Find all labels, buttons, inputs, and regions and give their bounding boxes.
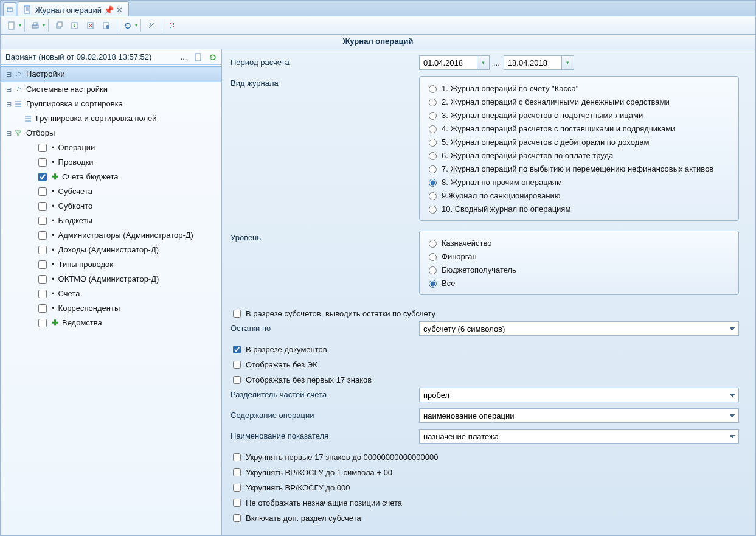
tree-filter-item[interactable]: ·•Операции <box>1 141 221 155</box>
tab-collapse-button[interactable] <box>3 2 16 16</box>
date-from-dropdown[interactable]: ▾ <box>477 55 490 70</box>
chk-no-ek[interactable] <box>233 361 241 369</box>
collapse-icon[interactable]: ⊟ <box>4 98 13 110</box>
date-to-dropdown[interactable]: ▾ <box>562 55 574 70</box>
level-radio[interactable] <box>429 280 437 288</box>
variant-ellipsis-button[interactable]: ... <box>178 51 190 63</box>
tree-filter-checkbox[interactable] <box>38 173 47 181</box>
journal-type-radio[interactable] <box>429 99 437 106</box>
tool-settings[interactable] <box>144 19 159 32</box>
chk-no-first17[interactable] <box>233 376 241 384</box>
tree-filter-item[interactable]: ·•Проводки <box>1 155 221 170</box>
tab-pin-icon[interactable]: 📌 <box>105 6 113 13</box>
variant-new-icon[interactable] <box>192 51 204 63</box>
level-option[interactable]: Бюджетополучатель <box>426 263 732 276</box>
tree-filter-checkbox[interactable] <box>38 246 47 254</box>
tree-filter-item[interactable]: ·•Доходы (Администратор-Д) <box>1 243 221 257</box>
tree-filter-item[interactable]: ·•Счета <box>1 287 221 301</box>
level-radio[interactable] <box>429 253 437 261</box>
tab-close-icon[interactable]: ✕ <box>116 6 123 13</box>
journal-type-radio[interactable] <box>429 125 437 133</box>
tree-filter-checkbox[interactable] <box>38 217 47 225</box>
tree-filter-checkbox[interactable] <box>38 231 47 240</box>
journal-type-radio[interactable] <box>429 152 437 160</box>
chk-enlarge17[interactable] <box>233 453 241 461</box>
tree-node-grouping-fields[interactable]: · Группировка и сортировка полей <box>1 111 221 126</box>
tool-export-1[interactable] <box>68 19 82 32</box>
tree-filter-checkbox[interactable] <box>38 202 47 211</box>
journal-type-radio[interactable] <box>429 179 437 187</box>
level-radio[interactable] <box>429 240 437 248</box>
tool-print[interactable] <box>28 19 43 32</box>
variant-refresh-icon[interactable] <box>207 51 219 63</box>
journal-type-option[interactable]: 1. Журнал операций по счету "Касса" <box>426 82 732 95</box>
chk-by-docs[interactable] <box>233 346 241 353</box>
chk-vr000[interactable] <box>233 484 241 492</box>
tree-filter-checkbox[interactable] <box>38 290 47 298</box>
chk-subaccounts[interactable] <box>233 310 241 318</box>
collapse-icon[interactable]: ⊟ <box>4 127 13 139</box>
plus-icon: ✚ <box>52 171 58 183</box>
tree-filter-item[interactable]: ·•Корреспонденты <box>1 301 221 316</box>
tree-filter-item[interactable]: ·•Субконто <box>1 199 221 214</box>
tree-filter-item[interactable]: ·•Бюджеты <box>1 214 221 228</box>
journal-type-option[interactable]: 3. Журнал операций расчетов с подотчетны… <box>426 108 732 122</box>
tree-filter-item[interactable]: ·✚Счета бюджета <box>1 170 221 184</box>
tree-filter-checkbox[interactable] <box>38 260 47 269</box>
tree-filter-item[interactable]: ·•Субсчета <box>1 184 221 199</box>
level-option[interactable]: Финорган <box>426 249 732 263</box>
journal-type-radio[interactable] <box>429 206 437 214</box>
journal-type-option[interactable]: 9.Журнал по санкционированию <box>426 189 732 202</box>
level-option[interactable]: Казначейство <box>426 236 732 249</box>
tool-new[interactable] <box>4 19 19 32</box>
tool-refresh[interactable] <box>120 19 135 32</box>
tool-export-3[interactable] <box>99 19 114 32</box>
tool-delete[interactable] <box>165 19 180 32</box>
indicator-select[interactable]: назначение платежа <box>419 429 739 444</box>
journal-type-option[interactable]: 2. Журнал операций с безналичными денежн… <box>426 95 732 108</box>
balances-select[interactable]: субсчету (6 символов) <box>419 321 739 336</box>
chk-hide-insignif[interactable] <box>233 499 241 507</box>
expand-icon[interactable]: ⊞ <box>4 68 13 80</box>
tree-node-filters[interactable]: ⊟ Отборы <box>1 126 221 141</box>
journal-type-option[interactable]: 7. Журнал операций по выбытию и перемеще… <box>426 162 732 175</box>
tree-filter-item[interactable]: ·•Администраторы (Администратор-Д) <box>1 228 221 243</box>
tool-refresh-dd[interactable]: ▾ <box>135 23 137 28</box>
tree-filter-checkbox[interactable] <box>38 144 47 152</box>
date-from-input[interactable] <box>419 55 477 70</box>
tree-filter-item[interactable]: ·✚Ведомства <box>1 316 221 330</box>
level-radio[interactable] <box>429 266 437 274</box>
chk-incl-addsub[interactable] <box>233 514 241 522</box>
journal-type-option[interactable]: 6. Журнал операций расчетов по оплате тр… <box>426 148 732 162</box>
chk-vr1[interactable] <box>233 468 241 476</box>
journal-type-radio[interactable] <box>429 192 437 200</box>
journal-type-option[interactable]: 4. Журнал операций расчетов с поставщика… <box>426 122 732 135</box>
tree-node-settings[interactable]: ⊞ Настройки <box>1 66 221 82</box>
separator-select[interactable]: пробел <box>419 388 739 402</box>
expand-icon[interactable]: ⊞ <box>4 83 13 96</box>
journal-type-radio[interactable] <box>429 112 437 120</box>
tree-node-grouping[interactable]: ⊟ Группировка и сортировка <box>1 97 221 111</box>
journal-type-radio[interactable] <box>429 139 437 147</box>
journal-type-radio[interactable] <box>429 165 437 173</box>
journal-type-option[interactable]: 10. Сводный журнал по операциям <box>426 202 732 215</box>
tree-filter-item[interactable]: ·•ОКТМО (Администратор-Д) <box>1 272 221 287</box>
tree-filter-item[interactable]: ·•Типы проводок <box>1 257 221 272</box>
date-to-input[interactable] <box>504 55 562 70</box>
tool-export-2[interactable] <box>83 19 98 32</box>
op-content-select[interactable]: наименование операции <box>419 408 739 423</box>
tree-node-system-settings[interactable]: ⊞ Системные настройки <box>1 82 221 97</box>
journal-type-option[interactable]: 5. Журнал операций расчетов с дебиторами… <box>426 135 732 148</box>
tool-copy[interactable] <box>52 19 66 32</box>
level-option[interactable]: Все <box>426 276 732 290</box>
tree-filter-checkbox[interactable] <box>38 275 47 284</box>
tab-journal[interactable]: Журнал операций 📌 ✕ <box>18 1 129 16</box>
tree-filter-checkbox[interactable] <box>38 304 47 313</box>
tree-filter-checkbox[interactable] <box>38 187 47 196</box>
tree-filter-checkbox[interactable] <box>38 158 47 167</box>
journal-type-radio[interactable] <box>429 85 437 93</box>
journal-type-option[interactable]: 8. Журнал по прочим операциям <box>426 175 732 189</box>
tool-print-dd[interactable]: ▾ <box>43 23 45 28</box>
tool-new-dd[interactable]: ▾ <box>19 23 21 28</box>
tree-filter-checkbox[interactable] <box>38 319 47 327</box>
